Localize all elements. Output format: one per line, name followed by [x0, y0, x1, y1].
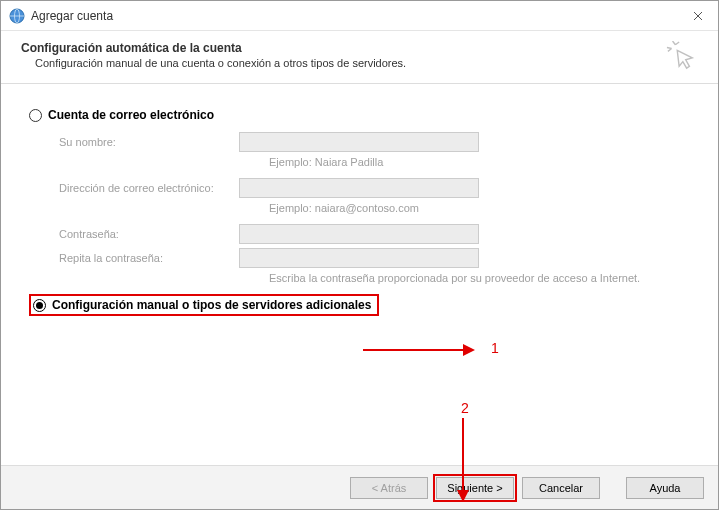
radio-manual-label: Configuración manual o tipos de servidor…: [52, 298, 371, 312]
body-section: Cuenta de correo electrónico Su nombre: …: [1, 84, 718, 465]
footer-bar: < Atrás Siguiente > Cancelar Ayuda: [1, 465, 718, 509]
svg-marker-3: [463, 344, 475, 356]
annotation-label-1: 1: [491, 340, 499, 356]
header-title: Configuración automática de la cuenta: [21, 41, 698, 55]
row-name: Su nombre:: [59, 132, 690, 152]
dialog-window: Agregar cuenta Configuración automática …: [0, 0, 719, 510]
back-button: < Atrás: [350, 477, 428, 499]
window-title: Agregar cuenta: [31, 9, 678, 23]
row-email: Dirección de correo electrónico:: [59, 178, 690, 198]
label-password: Contraseña:: [59, 228, 239, 240]
hint-password: Escriba la contraseña proporcionada por …: [269, 272, 690, 284]
radio-email-label: Cuenta de correo electrónico: [48, 108, 214, 122]
wizard-cursor-icon: [666, 41, 696, 71]
radio-manual-config[interactable]: Configuración manual o tipos de servidor…: [29, 294, 379, 316]
row-password2: Repita la contraseña:: [59, 248, 690, 268]
hint-name: Ejemplo: Naiara Padilla: [269, 156, 690, 168]
header-subtitle: Configuración manual de una cuenta o con…: [21, 57, 698, 69]
input-password2: [239, 248, 479, 268]
radio-email-indicator: [29, 109, 42, 122]
cancel-button[interactable]: Cancelar: [522, 477, 600, 499]
annotation-arrow-1: [363, 340, 493, 360]
next-button[interactable]: Siguiente >: [436, 477, 514, 499]
close-button[interactable]: [678, 1, 718, 31]
label-email: Dirección de correo electrónico:: [59, 182, 239, 194]
hint-email: Ejemplo: naiara@contoso.com: [269, 202, 690, 214]
radio-email-account[interactable]: Cuenta de correo electrónico: [29, 108, 690, 122]
app-icon: [9, 8, 25, 24]
help-button[interactable]: Ayuda: [626, 477, 704, 499]
email-form: Su nombre: Ejemplo: Naiara Padilla Direc…: [59, 132, 690, 284]
label-name: Su nombre:: [59, 136, 239, 148]
input-email: [239, 178, 479, 198]
label-password2: Repita la contraseña:: [59, 252, 239, 264]
annotation-label-2: 2: [461, 400, 469, 416]
row-password: Contraseña:: [59, 224, 690, 244]
input-name: [239, 132, 479, 152]
input-password: [239, 224, 479, 244]
header-section: Configuración automática de la cuenta Co…: [1, 31, 718, 84]
radio-manual-indicator: [33, 299, 46, 312]
titlebar: Agregar cuenta: [1, 1, 718, 31]
